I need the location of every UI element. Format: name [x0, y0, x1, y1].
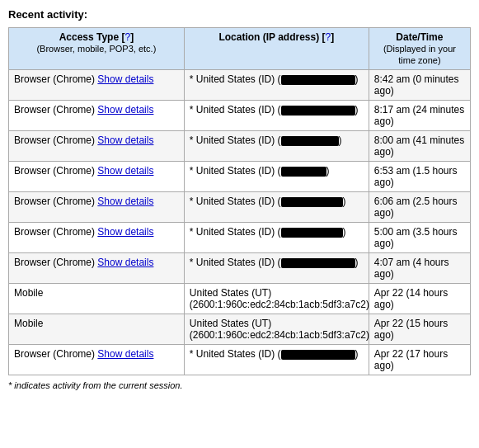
access-type-text: Browser (Chrome)	[14, 165, 97, 177]
access-type-text: Browser (Chrome)	[14, 196, 97, 207]
table-row: Browser (Chrome) Show details* United St…	[9, 345, 471, 375]
cell-access-type: Browser (Chrome) Show details	[9, 253, 185, 284]
redacted-ip	[281, 136, 339, 146]
redacted-ip	[281, 75, 355, 85]
cell-location: United States (UT) (2600:1:960c:edc2:84c…	[184, 284, 369, 314]
cell-datetime: 6:53 am (1.5 hours ago)	[369, 162, 470, 192]
cell-location: * United States (ID) ()	[184, 162, 369, 192]
footnote: * indicates activity from the current se…	[8, 380, 471, 390]
access-type-text: Browser (Chrome)	[14, 257, 97, 268]
show-details-link[interactable]: Show details	[97, 257, 153, 268]
redacted-ip	[281, 106, 355, 116]
cell-access-type: Browser (Chrome) Show details	[9, 101, 185, 131]
header-location-label: Location (IP address)	[218, 31, 319, 43]
cell-datetime: 4:07 am (4 hours ago)	[369, 253, 470, 284]
show-details-link[interactable]: Show details	[97, 196, 153, 207]
header-datetime: Date/Time (Displayed in your time zone)	[369, 28, 470, 70]
redacted-ip	[281, 258, 355, 268]
cell-datetime: Apr 22 (15 hours ago)	[369, 314, 470, 345]
cell-access-type: Browser (Chrome) Show details	[9, 131, 185, 162]
header-access-type-label: Access Type	[59, 31, 120, 43]
show-details-link[interactable]: Show details	[97, 165, 153, 177]
cell-access-type: Browser (Chrome) Show details	[9, 162, 185, 192]
cell-location: * United States (ID) ()	[184, 101, 369, 131]
cell-datetime: Apr 22 (17 hours ago)	[369, 345, 470, 375]
table-row: Browser (Chrome) Show details* United St…	[9, 162, 471, 192]
show-details-link[interactable]: Show details	[97, 134, 153, 146]
cell-location: * United States (ID) ()	[184, 131, 369, 162]
table-row: Browser (Chrome) Show details* United St…	[9, 253, 471, 284]
access-type-text: Browser (Chrome)	[14, 226, 97, 238]
header-datetime-label: Date/Time	[396, 31, 443, 43]
access-type-text: Browser (Chrome)	[14, 348, 97, 360]
cell-location: United States (UT) (2600:1:960c:edc2:84c…	[184, 314, 369, 345]
show-details-link[interactable]: Show details	[97, 226, 153, 238]
access-type-text: Browser (Chrome)	[14, 73, 97, 85]
table-row: Browser (Chrome) Show details* United St…	[9, 131, 471, 162]
cell-access-type: Browser (Chrome) Show details	[9, 70, 185, 101]
header-access-type: Access Type [?] (Browser, mobile, POP3, …	[9, 28, 185, 70]
access-type-text: Browser (Chrome)	[14, 104, 97, 116]
table-row: MobileUnited States (UT) (2600:1:960c:ed…	[9, 314, 471, 345]
cell-location: * United States (ID) ()	[184, 253, 369, 284]
cell-location: * United States (ID) ()	[184, 70, 369, 101]
cell-datetime: 5:00 am (3.5 hours ago)	[369, 223, 470, 253]
cell-datetime: 8:42 am (0 minutes ago)	[369, 70, 470, 101]
section-title: Recent activity:	[8, 8, 471, 21]
cell-access-type: Browser (Chrome) Show details	[9, 192, 185, 223]
cell-datetime: 8:00 am (41 minutes ago)	[369, 131, 470, 162]
cell-datetime: Apr 22 (14 hours ago)	[369, 284, 470, 314]
redacted-ip	[281, 197, 343, 207]
header-datetime-sub: (Displayed in your time zone)	[383, 44, 456, 65]
access-type-text: Browser (Chrome)	[14, 134, 97, 146]
table-row: Browser (Chrome) Show details* United St…	[9, 70, 471, 101]
cell-location: * United States (ID) ()	[184, 345, 369, 375]
redacted-ip	[281, 167, 326, 177]
table-row: Browser (Chrome) Show details* United St…	[9, 223, 471, 253]
header-location: Location (IP address) [?]	[184, 28, 369, 70]
table-row: Browser (Chrome) Show details* United St…	[9, 101, 471, 131]
show-details-link[interactable]: Show details	[97, 73, 153, 85]
cell-access-type: Browser (Chrome) Show details	[9, 223, 185, 253]
cell-datetime: 8:17 am (24 minutes ago)	[369, 101, 470, 131]
redacted-ip	[281, 350, 355, 360]
cell-location: * United States (ID) ()	[184, 192, 369, 223]
cell-access-type: Browser (Chrome) Show details	[9, 345, 185, 375]
table-row: Browser (Chrome) Show details* United St…	[9, 192, 471, 223]
redacted-ip	[281, 228, 343, 238]
activity-table: Access Type [?] (Browser, mobile, POP3, …	[8, 27, 471, 375]
table-row: MobileUnited States (UT) (2600:1:960c:ed…	[9, 284, 471, 314]
header-access-type-sub: (Browser, mobile, POP3, etc.)	[36, 44, 156, 54]
cell-access-type: Mobile	[9, 314, 185, 345]
access-type-help-link[interactable]: ?	[124, 31, 130, 43]
cell-access-type: Mobile	[9, 284, 185, 314]
cell-datetime: 6:06 am (2.5 hours ago)	[369, 192, 470, 223]
cell-location: * United States (ID) ()	[184, 223, 369, 253]
show-details-link[interactable]: Show details	[97, 104, 153, 116]
location-help-link[interactable]: ?	[326, 31, 331, 43]
show-details-link[interactable]: Show details	[97, 348, 153, 360]
